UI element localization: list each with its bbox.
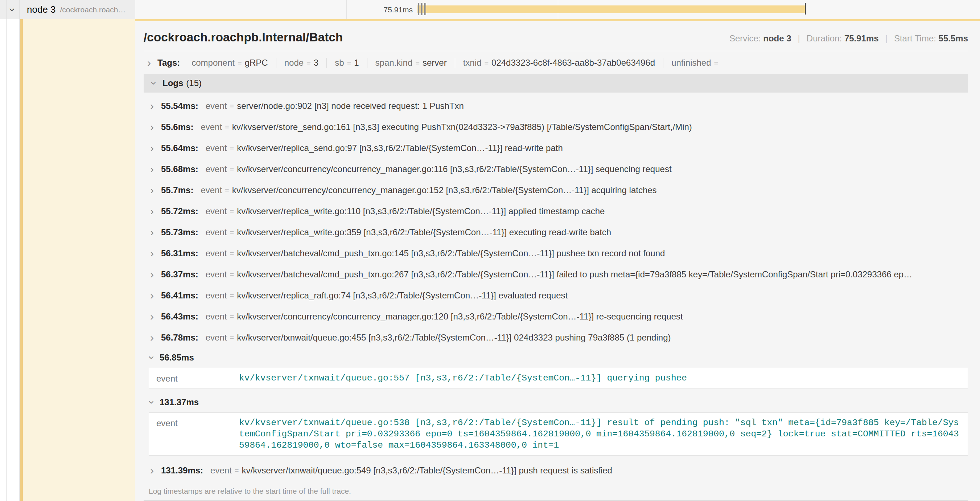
start-time-value: 55.5ms [939, 34, 968, 43]
span-duration-label: 75.91ms [338, 0, 413, 19]
log-row[interactable]: › 55.54ms: event = server/node.go:902 [n… [144, 96, 968, 116]
equals-sign: = [229, 249, 234, 258]
log-key: event [206, 164, 227, 174]
equals-sign: = [484, 59, 488, 67]
logs-footer-note: Log timestamps are relative to the start… [149, 487, 968, 496]
log-row-expanded-header[interactable]: › 56.85ms [144, 348, 968, 367]
chevron-right-icon[interactable]: › [149, 465, 155, 476]
log-key: event [210, 466, 232, 475]
log-row[interactable]: › 55.6ms: event = kv/kvserver/store_send… [144, 116, 968, 137]
log-timestamp: 56.31ms: [161, 248, 198, 258]
log-row[interactable]: › 55.7ms: event = kv/kvserver/concurrenc… [144, 180, 968, 201]
log-message: server/node.go:902 [n3] node received re… [237, 101, 464, 111]
log-timestamp: 131.39ms: [161, 466, 203, 475]
log-message: kv/kvserver/replica_write.go:359 [n3,s3,… [237, 227, 611, 238]
logs-title: Logs [162, 78, 183, 88]
bottom-divider [144, 500, 968, 501]
log-row[interactable]: › 55.64ms: event = kv/kvserver/replica_s… [144, 137, 968, 159]
log-row[interactable]: › 56.78ms: event = kv/kvserver/txnwait/q… [144, 327, 968, 348]
log-marker-tick-icon [420, 3, 420, 15]
span-detail-panel: /cockroach.roachpb.Internal/Batch Servic… [135, 19, 980, 501]
log-message: kv/kvserver/batcheval/cmd_push_txn.go:26… [237, 270, 912, 279]
log-row[interactable]: › 55.73ms: event = kv/kvserver/replica_w… [144, 222, 968, 243]
chevron-right-icon[interactable]: › [149, 269, 155, 280]
chevron-right-icon[interactable]: › [149, 206, 155, 217]
span-service-name: node 3 [27, 4, 56, 15]
chevron-down-icon[interactable]: › [7, 6, 18, 13]
log-row[interactable]: › 55.68ms: event = kv/kvserver/concurren… [144, 159, 968, 180]
log-row[interactable]: › 56.37ms: event = kv/kvserver/batcheval… [144, 264, 968, 285]
log-row[interactable]: › 55.72ms: event = kv/kvserver/replica_w… [144, 201, 968, 222]
chevron-right-icon[interactable]: › [149, 164, 155, 175]
equals-sign: = [225, 123, 229, 131]
log-key: event [156, 372, 239, 384]
chevron-down-icon[interactable]: › [149, 80, 159, 86]
log-entry-expanded: › 131.37ms event kv/kvserver/txnwait/que… [144, 393, 968, 456]
logs-header-bar[interactable]: › Logs (15) [144, 74, 968, 93]
log-key: event [206, 290, 227, 301]
log-timestamp: 56.43ms: [161, 311, 198, 322]
equals-sign: = [237, 59, 242, 67]
chevron-down-icon[interactable]: › [146, 354, 158, 361]
equals-sign: = [229, 333, 234, 342]
chevron-right-icon[interactable]: › [149, 143, 155, 153]
log-marker-tick-icon [424, 3, 425, 15]
tag-value: 1 [354, 58, 359, 67]
chevron-right-icon[interactable]: › [149, 248, 155, 259]
log-row[interactable]: › 56.31ms: event = kv/kvserver/batcheval… [144, 243, 968, 264]
chevron-right-icon[interactable]: › [149, 290, 155, 301]
start-time-label: Start Time: [894, 34, 936, 43]
logs-count: (15) [186, 78, 202, 88]
equals-sign: = [229, 313, 234, 321]
log-key: event [206, 270, 227, 279]
log-marker-tick-icon [421, 3, 422, 15]
log-timestamp: 55.73ms: [161, 227, 198, 238]
chevron-down-icon[interactable]: › [146, 399, 158, 405]
log-key: event [200, 185, 222, 195]
span-duration-bar[interactable] [417, 5, 805, 13]
log-detail-card: event kv/kvserver/txnwait/queue.go:557 [… [149, 368, 968, 388]
log-key: event [200, 122, 222, 132]
tags-row[interactable]: › Tags: component=gRPC node=3 sb=1 span.… [144, 51, 968, 74]
log-message: kv/kvserver/txnwait/queue.go:455 [n3,s3,… [237, 333, 671, 343]
log-message: kv/kvserver/store_send.go:161 [n3,s3] ex… [232, 122, 692, 132]
chevron-right-icon[interactable]: › [149, 185, 155, 196]
chevron-right-icon[interactable]: › [149, 101, 155, 112]
log-row[interactable]: › 131.39ms: event = kv/kvserver/txnwait/… [144, 460, 968, 481]
span-operation-name: /cockroach.roach… [60, 5, 126, 14]
log-row[interactable]: › 56.41ms: event = kv/kvserver/replica_r… [144, 285, 968, 306]
log-row[interactable]: › 56.43ms: event = kv/kvserver/concurren… [144, 306, 968, 327]
log-message: kv/kvserver/txnwait/queue.go:549 [n3,s3,… [242, 466, 612, 475]
log-marker-tick-icon [423, 3, 423, 15]
log-key: event [206, 248, 227, 258]
chevron-right-icon[interactable]: › [149, 311, 155, 322]
log-timestamp: 55.72ms: [161, 206, 198, 216]
equals-sign: = [347, 59, 352, 67]
chevron-right-icon[interactable]: › [149, 121, 155, 132]
log-message: kv/kvserver/concurrency/concurrency_mana… [237, 311, 683, 322]
log-row-expanded-header[interactable]: › 131.37ms [144, 393, 968, 412]
tag-key: sb [335, 58, 344, 67]
log-key: event [206, 311, 227, 322]
tag-item: unfinished= [663, 58, 729, 68]
chevron-right-icon[interactable]: › [146, 57, 152, 68]
chevron-right-icon[interactable]: › [149, 332, 155, 343]
span-name-cell[interactable]: › node 3 /cockroach.roach… [0, 0, 135, 19]
service-label: Service: [729, 34, 761, 43]
equals-sign: = [229, 207, 234, 215]
chevron-right-icon[interactable]: › [149, 227, 155, 238]
log-value: kv/kvserver/txnwait/queue.go:538 [n3,s3,… [239, 417, 961, 451]
log-timestamp: 56.37ms: [161, 270, 198, 279]
equals-sign: = [307, 59, 311, 67]
log-key: event [206, 206, 227, 216]
tag-key: span.kind [375, 58, 413, 67]
log-marker-tick-icon [425, 3, 426, 15]
duration-value: 75.91ms [844, 34, 879, 43]
tag-key: component [191, 58, 235, 67]
log-timestamp: 55.64ms: [161, 143, 198, 153]
log-timestamp: 55.54ms: [161, 101, 198, 111]
timeline-row: 75.91ms [135, 0, 980, 19]
log-value: kv/kvserver/txnwait/queue.go:557 [n3,s3,… [239, 372, 961, 384]
log-timestamp: 56.78ms: [161, 333, 198, 343]
equals-sign: = [235, 466, 239, 475]
